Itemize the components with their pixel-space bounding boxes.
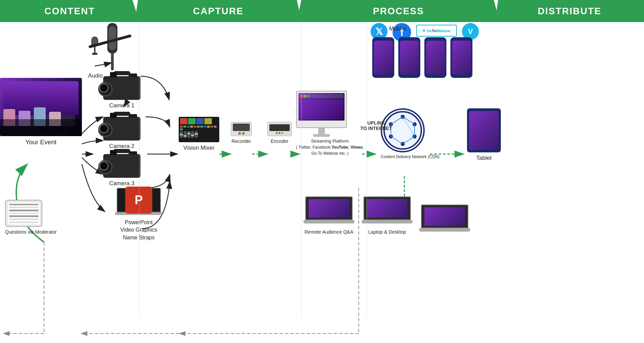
moderator-container: Questions via Moderator (5, 200, 57, 235)
remote-laptop-base (304, 220, 354, 223)
event-photo-container: Your Event (0, 78, 82, 147)
header: CONTENT CAPTURE PROCESS DISTRIBUTE (0, 0, 644, 22)
laptop3-content (424, 207, 465, 226)
questions-label: Questions via Moderator (5, 229, 57, 235)
camera2-container: Camera 2 (103, 117, 140, 150)
recorder-icon (231, 122, 252, 136)
remote-laptop: Remote Audience Q&A (305, 196, 353, 235)
header-capture-label: CAPTURE (193, 6, 243, 17)
phone-3-screen (426, 41, 445, 74)
remote-laptop-icon (305, 196, 353, 227)
phone-4-screen (452, 41, 471, 74)
laptop-desktop-container: Laptop & Desktop (363, 196, 411, 235)
phone-1-screen (374, 41, 393, 74)
phone-3 (424, 37, 446, 78)
event-label: Your Event (0, 138, 82, 147)
laptop3-icon (421, 205, 468, 235)
visionmixer-container: Vision Mixer (179, 117, 219, 152)
header-content-label: CONTENT (44, 6, 95, 17)
camera3-icon (103, 154, 140, 178)
gotowebinar-container: ⚙ GoToWebinar (416, 25, 457, 37)
ppt-icon: P (125, 187, 152, 214)
boom-mic (105, 23, 119, 70)
camera2-icon (103, 117, 140, 141)
audio-container: Audio (88, 23, 103, 80)
ppt-p-letter: P (135, 193, 143, 207)
divider-process-distribute (367, 22, 367, 317)
laptop3-base (419, 228, 470, 232)
ppt-label: PowerPointVideo GraphicsName Straps (117, 219, 161, 241)
encoder-icon (267, 122, 292, 136)
streaming-container: Streaming Platform ( Twitter, Facebook,Y… (296, 91, 364, 157)
visionmixer-icon (179, 117, 219, 142)
streaming-monitor (296, 91, 347, 128)
cdn-container: Content Delivery Network (CDN) (381, 108, 439, 160)
camera3-container: Camera 3 (103, 154, 140, 187)
ppt-screen: P (117, 188, 161, 212)
camera3-label: Camera 3 (103, 180, 140, 187)
recorder-container: Recorder (231, 122, 252, 144)
audio-label: Audio (88, 72, 103, 80)
camera1-icon (103, 76, 140, 100)
visionmixer-label: Vision Mixer (179, 144, 219, 152)
gotowebinar-icon: ⚙ GoToWebinar (416, 25, 457, 37)
recorder-label: Recorder (231, 138, 252, 144)
laptop-label: Laptop & Desktop (368, 229, 406, 235)
mobile-label-container: Mobile (389, 23, 406, 33)
divider-content-capture (139, 22, 139, 317)
laptop-desktop-base (362, 220, 413, 223)
phone-1 (372, 37, 394, 78)
header-capture: CAPTURE (135, 0, 302, 22)
laptops-row: Remote Audience Q&A Laptop & Desktop (305, 196, 468, 235)
uplink-container: UPLINKTO INTERNET (360, 120, 392, 131)
laptop-desktop-icon (363, 196, 411, 227)
header-content: CONTENT (0, 0, 139, 22)
monitor-screen (298, 93, 345, 121)
event-photo (0, 78, 82, 136)
encoder-label: Encoder (267, 138, 292, 144)
camera1-label: Camera 1 (103, 102, 140, 109)
streaming-label: Streaming Platform ( Twitter, Facebook,Y… (296, 138, 364, 157)
monitor-base (313, 134, 330, 137)
laptop-screen-content (367, 199, 407, 218)
divider-capture-process (301, 22, 302, 317)
laptops-container: Remote Audience Q&A Laptop & Desktop (305, 196, 468, 235)
encoder-container: Encoder (267, 122, 292, 144)
phones-container (372, 37, 472, 78)
remote-screen-content (309, 199, 349, 218)
ppt-container: P PowerPointVideo GraphicsName Straps (117, 188, 161, 241)
phones-row (372, 37, 472, 78)
header-process-label: PROCESS (373, 6, 424, 17)
remote-laptop-screen (305, 196, 353, 220)
laptop3-container (421, 205, 468, 235)
monitor-stand (318, 128, 325, 134)
moderator-tablet (5, 200, 42, 227)
header-distribute-label: DISTRIBUTE (538, 6, 601, 17)
cdn-label: Content Delivery Network (CDN) (381, 154, 439, 160)
tablet-icon (467, 108, 501, 152)
phone-2-screen (400, 41, 419, 74)
laptop3-screen (421, 205, 468, 228)
ppt-laptop: P (117, 188, 161, 217)
header-process: PROCESS (297, 0, 500, 22)
tablet-screen (469, 111, 499, 150)
moderator-screen (8, 202, 40, 224)
mobile-label: Mobile (389, 25, 406, 33)
laptop-desktop-screen (363, 196, 411, 220)
header-distribute: DISTRIBUTE (495, 0, 644, 22)
remote-label: Remote Audience Q&A (305, 229, 353, 235)
camera1-container: Camera 1 (103, 76, 140, 109)
tablet-container: Tablet (467, 108, 501, 162)
uplink-text: UPLINKTO INTERNET (360, 120, 392, 131)
phone-2 (398, 37, 420, 78)
phone-4 (450, 37, 472, 78)
tablet-label: Tablet (467, 154, 501, 162)
